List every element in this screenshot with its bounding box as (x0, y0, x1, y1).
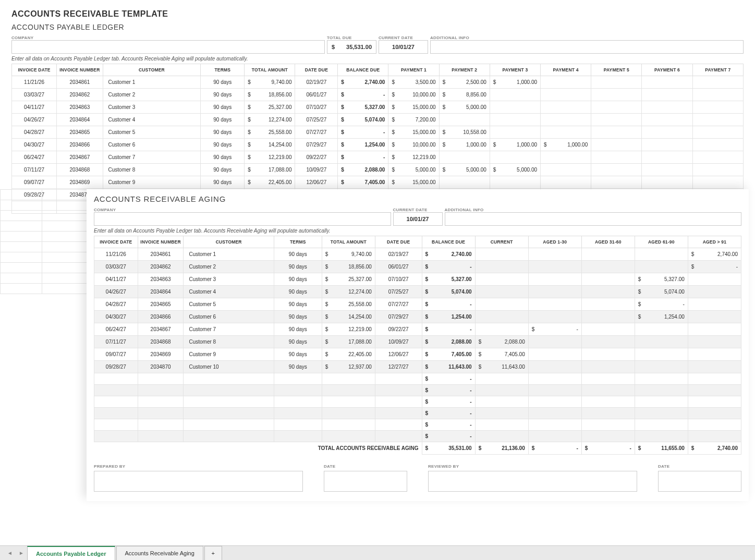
aging-note: Enter all data on Accounts Payable Ledge… (94, 228, 741, 234)
reviewed-by-label: REVIEWED BY (428, 464, 637, 469)
aging-current-date-label: CURRENT DATE (393, 208, 443, 212)
table-row: 03/03/272034862Customer 290 days$18,856.… (12, 89, 744, 101)
company-input[interactable] (11, 40, 325, 54)
prepared-date-input[interactable] (324, 471, 407, 492)
table-row: 04/11/272034863Customer 390 days$25,327.… (12, 101, 744, 114)
table-row: 09/28/272034870Customer 1090 days$12,937… (94, 361, 741, 373)
aging-add-info-label: ADDITIONAL INFO (445, 208, 742, 212)
prepared-by-input[interactable] (94, 471, 303, 492)
tab-next-icon[interactable]: ► (16, 546, 27, 560)
table-row: $- (94, 408, 741, 419)
table-row: $- (94, 373, 741, 385)
prepared-date-label: DATE (324, 464, 407, 469)
table-row: 11/21/262034861Customer 190 days$9,740.0… (94, 248, 741, 261)
table-row: $- (94, 396, 741, 408)
table-row: 04/11/272034863Customer 390 days$25,327.… (94, 273, 741, 286)
table-row: 04/26/272034864Customer 490 days$12,274.… (12, 114, 744, 126)
ledger-note: Enter all data on Accounts Payable Ledge… (11, 56, 744, 62)
tab-prev-icon[interactable]: ◄ (4, 546, 16, 560)
table-row: 04/30/272034866Customer 690 days$14,254.… (12, 139, 744, 151)
aging-current-date-value: 10/01/27 (393, 212, 443, 226)
table-row: 04/26/272034864Customer 490 days$12,274.… (94, 286, 741, 298)
sheet-tab-bar: ◄ ► Accounts Payable Ledger Accounts Rec… (0, 545, 755, 560)
aging-add-info-input[interactable] (445, 212, 742, 226)
current-date-label: CURRENT DATE (379, 35, 428, 40)
table-row: 09/07/272034869Customer 990 days$22,405.… (12, 176, 744, 189)
reviewed-date-label: DATE (658, 464, 741, 469)
table-row: 06/24/272034867Customer 790 days$12,219.… (94, 323, 741, 336)
current-date-value: 10/01/27 (379, 40, 428, 54)
aging-subtitle: ACCOUNTS RECEIVABLE AGING (94, 194, 741, 203)
table-row: 03/03/272034862Customer 290 days$18,856.… (94, 261, 741, 273)
table-row: $- (94, 385, 741, 396)
aging-table: INVOICE DATEINVOICE NUMBERCUSTOMERTERMST… (94, 236, 741, 455)
tab-aging[interactable]: Accounts Receivable Aging (116, 546, 203, 560)
table-row: 04/28/272034865Customer 590 days$25,558.… (94, 298, 741, 311)
total-due-value: $35,531.00 (327, 40, 376, 54)
aging-company-input[interactable] (94, 212, 391, 226)
additional-info-label: ADDITIONAL INFO (430, 35, 744, 40)
plus-icon: + (212, 550, 215, 556)
additional-info-input[interactable] (430, 40, 744, 54)
table-row: 06/24/272034867Customer 790 days$12,219.… (12, 151, 744, 164)
table-row: 09/07/272034869Customer 990 days$22,405.… (94, 348, 741, 361)
table-row: $- (94, 419, 741, 431)
ledger-stub-left (0, 189, 87, 294)
ledger-section: ACCOUNTS PAYABLE LEDGER COMPANY TOTAL DU… (11, 23, 744, 214)
prepared-by-label: PREPARED BY (94, 464, 303, 469)
table-row: 04/28/272034865Customer 590 days$25,558.… (12, 126, 744, 139)
company-label: COMPANY (11, 35, 325, 40)
aging-section: ACCOUNTS RECEIVABLE AGING COMPANY CURREN… (87, 189, 749, 501)
aging-company-label: COMPANY (94, 208, 391, 212)
table-row: $- (94, 431, 741, 442)
page-title: ACCOUNTS RECEIVABLE TEMPLATE (11, 9, 744, 19)
table-row: 07/11/272034868Customer 890 days$17,088.… (12, 164, 744, 176)
tab-ledger[interactable]: Accounts Payable Ledger (27, 546, 115, 560)
reviewed-date-input[interactable] (658, 471, 741, 492)
table-row: 07/11/272034868Customer 890 days$17,088.… (94, 336, 741, 348)
table-row: 04/30/272034866Customer 690 days$14,254.… (94, 311, 741, 323)
table-row: 11/21/262034861Customer 190 days$9,740.0… (12, 76, 744, 89)
ledger-subtitle: ACCOUNTS PAYABLE LEDGER (11, 23, 744, 31)
total-due-label: TOTAL DUE (327, 35, 376, 40)
tab-add[interactable]: + (204, 546, 222, 560)
reviewed-by-input[interactable] (428, 471, 637, 492)
